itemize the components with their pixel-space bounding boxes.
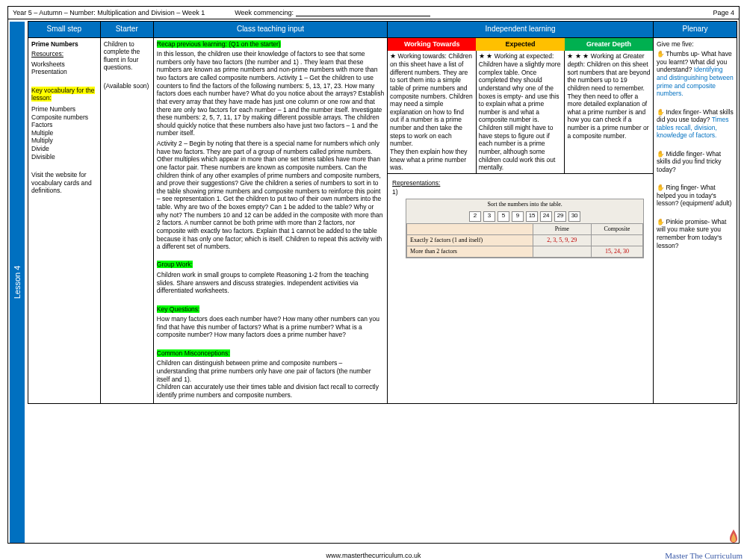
page-number: Page 4 (713, 9, 734, 16)
teaching-input-cell: Recap previous learning: (Q1 on the star… (153, 37, 387, 404)
representations-section: Representations: 1) Sort the numbers int… (388, 173, 653, 261)
vocab-website-note: Visit the website for vocabulary cards a… (31, 171, 97, 195)
group-work-text: Children work in small groups to complet… (157, 271, 384, 295)
differentiation-body: ★ Working towards: Children on this shee… (388, 51, 653, 173)
header-title: Year 5 – Autumn – Number: Multiplication… (13, 9, 205, 16)
page-header: Year 5 – Autumn – Number: Multiplication… (8, 7, 739, 19)
lesson-plan-table: Small step Starter Class teaching input … (28, 21, 737, 404)
working-towards-header: Working Towards (388, 38, 476, 51)
sort-instruction: Sort the numbers into the table. (406, 199, 643, 210)
more-than-2-factors-label: More than 2 factors (407, 246, 533, 258)
ex-title: Working at expected: (495, 52, 554, 60)
num-tile: 29 (554, 211, 566, 222)
num-tile: 3 (483, 211, 495, 222)
num-tile: 24 (540, 211, 552, 222)
flame-icon (728, 529, 740, 550)
col-independent: Independent learning (388, 22, 654, 38)
expected-body: ★ ★ Working at expected: Children have a… (477, 51, 565, 173)
num-tile: 9 (512, 211, 524, 222)
exactly-2-factors-label: Exactly 2 factors (1 and itself) (407, 235, 533, 246)
input-body-2: Activity 2 – Begin by noting that there … (157, 140, 384, 251)
empty-cell (533, 246, 591, 258)
rep-number: 1) (392, 188, 648, 196)
hand-icon: ✋ (657, 50, 664, 58)
vocab-label: Key vocabulary for the lesson: (31, 87, 95, 102)
col-small-step: Small step (28, 22, 101, 38)
differentiation-header: Working Towards Expected Greater Depth (388, 38, 653, 51)
col-starter: Starter (100, 22, 153, 38)
hand-icon: ✋ (657, 108, 664, 116)
blank-corner (407, 224, 533, 235)
week-blank-line (296, 9, 430, 16)
lesson-side-tab: Lesson 4 (10, 22, 25, 543)
resources-list: Worksheets Presentation (31, 60, 97, 76)
middle-text: Middle finger- What skills did you find … (657, 150, 721, 173)
greater-depth-header: Greater Depth (565, 38, 653, 51)
resources-label: Resources: (31, 50, 97, 58)
group-work-label: Group Work: (157, 261, 193, 268)
lesson-number: Lesson 4 (13, 266, 22, 299)
prime-answers: 2, 3, 5, 9, 29 (533, 235, 591, 246)
gd-text: Children on this sheet sort numbers that… (567, 60, 650, 140)
ring-text: Ring finger- What helped you in today's … (657, 184, 731, 207)
prime-col-header: Prime (533, 224, 591, 235)
empty-cell (591, 235, 642, 246)
ex-text: Children have a slightly more complex ta… (479, 60, 561, 171)
ex-stars: ★ ★ (479, 52, 493, 60)
col-plenary: Plenary (654, 22, 737, 38)
greater-depth-body: ★ ★ ★ Working at Greater depth: Children… (565, 51, 653, 173)
brand-logo: Master The Curriculum (665, 551, 743, 560)
starter-cell: Children to complete the fluent in four … (100, 37, 153, 404)
input-body-1: In this lesson, the children use their k… (157, 50, 384, 137)
footer-url: www.masterthecurriculum.co.uk (0, 552, 747, 559)
page-container: Year 5 – Autumn – Number: Multiplication… (7, 6, 740, 544)
num-tile: 15 (526, 211, 538, 222)
wt-stars: ★ (390, 52, 396, 60)
misconceptions-label: Common Misconceptions: (157, 349, 230, 357)
expected-header: Expected (476, 38, 564, 51)
vocab-list: Prime Numbers Composite numbers Factors … (31, 105, 97, 161)
header-week-label: Week commencing: (235, 9, 294, 16)
starter-availability: (Available soon) (104, 82, 150, 90)
recap-label: Recap previous learning: (Q1 on the star… (157, 40, 281, 48)
gd-stars: ★ ★ ★ (567, 52, 589, 60)
hand-icon: ✋ (657, 150, 664, 158)
hand-icon: ✋ (657, 184, 664, 192)
small-step-cell: Prime Numbers Resources: Worksheets Pres… (28, 37, 101, 404)
plenary-intro: Give me five: (657, 40, 734, 49)
content-area: Small step Starter Class teaching input … (26, 19, 739, 404)
prime-composite-table: Prime Composite Exactly 2 factors (1 and… (406, 223, 643, 258)
hand-icon: ✋ (657, 218, 664, 226)
key-questions-label: Key Questions: (157, 305, 200, 313)
num-tile: 2 (469, 211, 481, 222)
sort-table-box: Sort the numbers into the table. 2 3 5 9… (406, 199, 644, 258)
representations-label: Representations: (392, 179, 648, 187)
number-tiles-row: 2 3 5 9 15 24 29 30 (406, 210, 643, 223)
num-tile: 5 (498, 211, 509, 222)
step-title: Prime Numbers (31, 40, 97, 49)
working-towards-body: ★ Working towards: Children on this shee… (388, 51, 477, 173)
misconceptions-text: Children can distinguish between prime a… (157, 359, 384, 399)
independent-learning-cell: Working Towards Expected Greater Depth ★… (388, 37, 654, 404)
num-tile: 30 (568, 211, 580, 222)
composite-answers: 15, 24, 30 (591, 246, 642, 258)
col-class-input: Class teaching input (153, 22, 387, 38)
starter-text: Children to complete the fluent in four … (104, 40, 150, 72)
wt-text: Children on this sheet have a list of di… (390, 52, 473, 171)
wt-title: Working towards: (397, 52, 447, 60)
composite-col-header: Composite (591, 224, 642, 235)
pinkie-text: Pinkie promise- What will you make sure … (657, 218, 726, 249)
key-questions-text: How many factors does each number have? … (157, 315, 384, 339)
plenary-cell: Give me five: ✋ Thumbs up- What have you… (654, 37, 737, 404)
